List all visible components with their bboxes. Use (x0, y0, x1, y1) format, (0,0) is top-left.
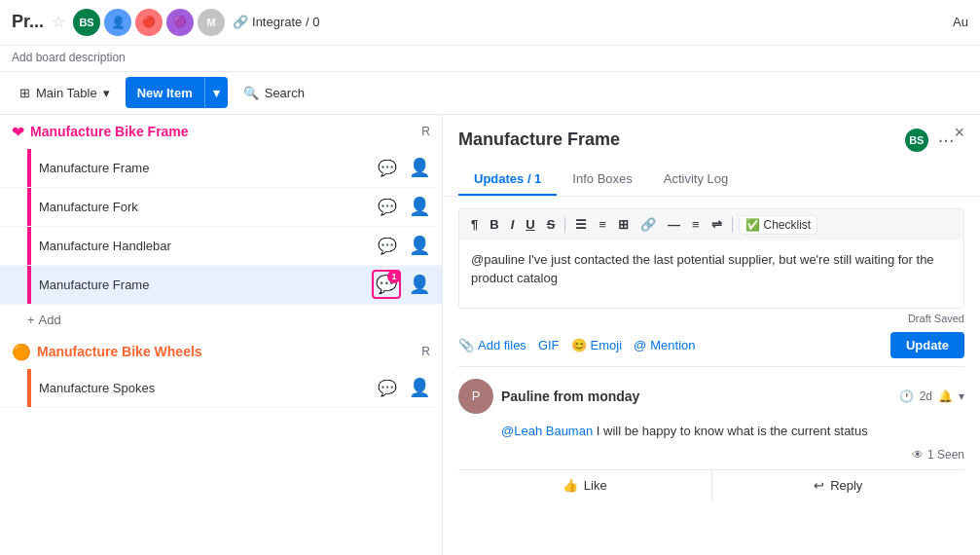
person-icon: 👤 (409, 274, 430, 295)
tab-info-boxes[interactable]: Info Boxes (557, 164, 647, 196)
check-icon: ✅ (745, 218, 760, 232)
smiley-icon: 😊 (571, 338, 587, 352)
group-badge: R (421, 345, 430, 358)
header-right: Au (953, 15, 968, 29)
link-tool[interactable]: 🔗 (636, 215, 660, 234)
table-row[interactable]: Manufacture Handlebar 💬 👤 (0, 227, 442, 266)
reply-button[interactable]: ↩ Reply (712, 470, 965, 500)
divider-tool[interactable]: — (664, 215, 684, 234)
like-button[interactable]: 👍 Like (458, 470, 711, 500)
chat-icon-wrap[interactable]: 💬 (374, 374, 401, 401)
paperclip-icon: 📎 (458, 338, 474, 352)
chevron-down-icon: ▾ (103, 86, 110, 100)
paragraph-tool[interactable]: ¶ (467, 215, 482, 234)
italic-tool[interactable]: I (507, 215, 519, 234)
table-row[interactable]: Manufacture Fork 💬 👤 (0, 188, 442, 227)
mention-button[interactable]: @ Mention (634, 338, 695, 352)
avatar-bs[interactable]: BS (73, 9, 100, 36)
toolbar: ⊞ Main Table ▾ New Item ▾ 🔍 Search (0, 72, 980, 115)
avatar-blue: 👤 (104, 9, 131, 36)
comment-header: P Pauline from monday 🕐 2d 🔔 ▾ (458, 379, 964, 414)
commenter-avatar: P (458, 379, 493, 414)
right-panel: × Manufacture Frame BS ··· Updates / 1 I… (443, 115, 980, 555)
person-icon: 👤 (409, 377, 430, 398)
avatar-pink: 🔴 (135, 9, 163, 36)
table-row-selected[interactable]: Manufacture Frame 💬 1 👤 (0, 266, 442, 305)
new-item-button[interactable]: New Item ▾ (126, 77, 228, 108)
unordered-list-tool[interactable]: ≡ (595, 215, 610, 234)
group-manufacture-bike-frame[interactable]: ❤ Manufacture Bike Frame R (0, 115, 442, 149)
toolbar-divider (564, 217, 565, 233)
editor-area: ¶ B I U S ☰ ≡ ⊞ 🔗 — ≡ ⇌ ✅ Checkl (458, 208, 964, 324)
panel-header: × Manufacture Frame BS ··· Updates / 1 I… (443, 115, 980, 197)
format-tool[interactable]: ⇌ (708, 215, 726, 234)
row-stripe (27, 369, 31, 407)
table-row[interactable]: Manufacture Spokes 💬 👤 (0, 369, 442, 408)
emoji-button[interactable]: 😊 Emoji (571, 338, 623, 352)
editor-body[interactable]: @pauline I've just contacted the last po… (458, 240, 964, 309)
app-title: Pr... (12, 12, 44, 32)
close-button[interactable]: × (954, 123, 964, 143)
gif-button[interactable]: GIF (538, 338, 560, 352)
row-text: Manufacture Handlebar (39, 239, 374, 253)
bell-icon: 🔔 (938, 389, 953, 403)
chat-highlight-box[interactable]: 💬 1 (372, 270, 401, 299)
person-icon: 👤 (409, 196, 430, 217)
group-chevron-icon: ❤ (12, 123, 24, 141)
chat-icon-wrap[interactable]: 💬 (374, 232, 401, 259)
comment-body: I will be happy to know what is the curr… (597, 424, 868, 438)
chat-icon: 💬 (378, 198, 397, 216)
avatar-group: BS 👤 🔴 🟣 M (73, 9, 225, 36)
group-manufacture-bike-wheels[interactable]: 🟠 Manufacture Bike Wheels R (0, 335, 442, 369)
row-stripe (27, 188, 31, 226)
chat-icon: 💬 (378, 379, 397, 397)
board-description[interactable]: Add board description (12, 51, 126, 64)
group-badge: R (421, 125, 430, 138)
align-tool[interactable]: ≡ (688, 215, 704, 234)
table-row[interactable]: Manufacture Frame 💬 👤 (0, 149, 442, 188)
checklist-button[interactable]: ✅ Checklist (739, 215, 818, 235)
chevron-down-icon[interactable]: ▾ (959, 389, 964, 403)
search-button[interactable]: 🔍 Search (236, 82, 312, 104)
add-files-button[interactable]: 📎 Add files (458, 338, 526, 352)
integrate-button[interactable]: 🔗 Integrate / 0 (233, 15, 319, 29)
automate-label[interactable]: Au (953, 15, 968, 29)
ordered-list-tool[interactable]: ☰ (571, 215, 591, 234)
main-layout: ❤ Manufacture Bike Frame R Manufacture F… (0, 115, 980, 555)
star-icon[interactable]: ☆ (52, 13, 65, 31)
bold-tool[interactable]: B (486, 215, 502, 234)
row-stripe (27, 227, 31, 265)
chat-icon-wrap[interactable]: 💬 (374, 154, 401, 181)
editor-toolbar: ¶ B I U S ☰ ≡ ⊞ 🔗 — ≡ ⇌ ✅ Checkl (458, 208, 964, 240)
left-panel: ❤ Manufacture Bike Frame R Manufacture F… (0, 115, 443, 555)
tab-updates[interactable]: Updates / 1 (458, 164, 557, 196)
row-stripe (27, 149, 31, 187)
plus-icon: + (27, 313, 35, 327)
clock-icon: 🕐 (899, 389, 914, 403)
table-tool[interactable]: ⊞ (614, 215, 633, 234)
underline-tool[interactable]: U (522, 215, 538, 234)
strikethrough-tool[interactable]: S (543, 215, 560, 234)
more-options-button[interactable]: ··· (938, 129, 955, 151)
chat-badge: 1 (387, 270, 401, 283)
thumbs-up-icon: 👍 (563, 478, 578, 493)
add-item-button[interactable]: + Add (0, 305, 442, 335)
tab-activity-log[interactable]: Activity Log (648, 164, 744, 196)
person-icon: 👤 (409, 235, 430, 256)
toolbar-divider (732, 217, 733, 233)
row-text: Manufacture Spokes (39, 381, 374, 395)
comment-meta: 🕐 2d 🔔 ▾ (899, 389, 964, 403)
chat-icon: 💬 (378, 237, 397, 255)
row-icons: 💬 👤 (374, 193, 430, 220)
chat-active-icon: 💬 1 (376, 274, 397, 295)
new-item-dropdown-arrow[interactable]: ▾ (205, 77, 228, 108)
row-icons: 💬 👤 (374, 374, 430, 401)
comment-actions: 👍 Like ↩ Reply (458, 469, 964, 500)
main-table-button[interactable]: ⊞ Main Table ▾ (12, 82, 118, 104)
search-icon: 🔍 (243, 86, 259, 100)
update-button[interactable]: Update (890, 332, 964, 358)
panel-avatar[interactable]: BS (903, 127, 930, 154)
panel-title-row: Manufacture Frame BS ··· (458, 127, 954, 154)
person-icon: 👤 (409, 157, 430, 178)
chat-icon-wrap[interactable]: 💬 (374, 193, 401, 220)
